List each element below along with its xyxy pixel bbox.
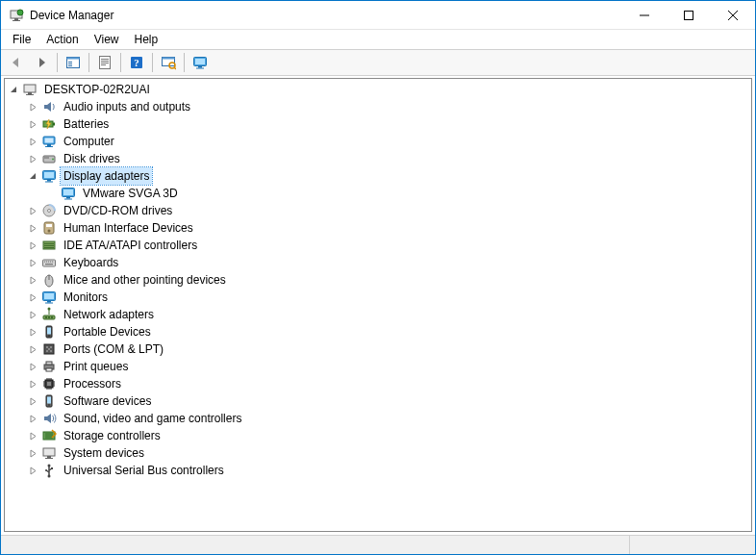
- statusbar-panel: [1, 536, 630, 554]
- tree-item[interactable]: Display adapters: [5, 167, 751, 185]
- svg-point-3: [17, 10, 23, 15]
- tree-item[interactable]: System devices: [5, 444, 751, 462]
- tree-root[interactable]: DESKTOP-02R2UAI: [5, 81, 751, 98]
- expand-icon[interactable]: [26, 429, 39, 442]
- close-button[interactable]: [711, 1, 755, 30]
- tree-item-label: Sound, video and game controllers: [61, 410, 244, 427]
- menubar: File Action View Help: [1, 30, 755, 49]
- help-button[interactable]: ?: [125, 51, 148, 74]
- tree-item[interactable]: Keyboards: [5, 254, 751, 271]
- svg-rect-9: [68, 65, 72, 66]
- monitor-button[interactable]: [189, 51, 212, 74]
- tree-child-label: VMware SVGA 3D: [80, 185, 181, 202]
- svg-rect-91: [45, 458, 53, 459]
- expand-icon[interactable]: [26, 464, 39, 477]
- back-button[interactable]: [5, 51, 28, 74]
- svg-point-48: [48, 230, 51, 233]
- expand-icon[interactable]: [26, 273, 39, 287]
- svg-rect-55: [46, 262, 47, 263]
- ide-icon: [41, 238, 57, 253]
- toolbar-separator: [120, 53, 121, 72]
- tree-item[interactable]: Network adapters: [5, 306, 751, 323]
- tree-child-item[interactable]: VMware SVGA 3D: [5, 185, 751, 202]
- expand-icon[interactable]: [26, 325, 39, 339]
- svg-rect-23: [196, 68, 204, 69]
- tree-item[interactable]: Portable Devices: [5, 323, 751, 341]
- tree-item[interactable]: Audio inputs and outputs: [5, 98, 751, 115]
- tree-item-label: Display adapters: [61, 167, 152, 185]
- svg-point-73: [48, 335, 50, 337]
- hid-icon: [41, 220, 57, 236]
- menu-action[interactable]: Action: [38, 31, 86, 48]
- tree-item[interactable]: Batteries: [5, 115, 751, 133]
- menu-view[interactable]: View: [87, 31, 127, 48]
- expand-icon[interactable]: [26, 117, 39, 131]
- svg-rect-69: [51, 316, 53, 318]
- collapse-icon[interactable]: [26, 169, 39, 183]
- tree-item[interactable]: Universal Serial Bus controllers: [5, 462, 751, 479]
- svg-rect-57: [50, 262, 51, 263]
- expand-icon[interactable]: [26, 256, 39, 269]
- menu-file[interactable]: File: [5, 31, 38, 48]
- show-hide-console-tree-button[interactable]: [62, 51, 85, 74]
- expand-icon[interactable]: [26, 394, 39, 408]
- tree-item[interactable]: Human Interface Devices: [5, 219, 751, 237]
- scan-hardware-button[interactable]: [157, 51, 180, 74]
- tree-item[interactable]: DVD/CD-ROM drives: [5, 202, 751, 219]
- svg-rect-41: [63, 189, 73, 195]
- tree-item[interactable]: Sound, video and game controllers: [5, 410, 751, 427]
- tree-item[interactable]: IDE ATA/ATAPI controllers: [5, 237, 751, 254]
- svg-rect-11: [101, 59, 109, 60]
- minimize-button[interactable]: [622, 1, 667, 30]
- svg-text:?: ?: [134, 57, 139, 68]
- expand-icon[interactable]: [26, 360, 39, 373]
- expand-icon[interactable]: [26, 342, 39, 356]
- expand-icon[interactable]: [26, 221, 39, 235]
- expand-icon[interactable]: [26, 290, 39, 304]
- device-tree-panel[interactable]: DESKTOP-02R2UAI Audio inputs and outputs…: [4, 78, 752, 532]
- expand-icon[interactable]: [26, 135, 39, 148]
- svg-rect-37: [44, 172, 54, 178]
- svg-rect-42: [66, 197, 70, 199]
- svg-point-92: [48, 465, 51, 467]
- svg-rect-50: [44, 243, 54, 244]
- svg-rect-84: [47, 382, 51, 386]
- tree-item[interactable]: Storage controllers: [5, 427, 751, 444]
- svg-rect-59: [45, 264, 53, 265]
- tree-item[interactable]: Processors: [5, 375, 751, 392]
- svg-rect-43: [64, 199, 72, 200]
- expand-icon[interactable]: [26, 412, 39, 425]
- svg-rect-94: [51, 467, 53, 469]
- tree-item[interactable]: Software devices: [5, 392, 751, 410]
- window-title: Device Manager: [30, 9, 113, 22]
- tree-root-label: DESKTOP-02R2UAI: [41, 81, 153, 98]
- tree-item[interactable]: Print queues: [5, 358, 751, 375]
- tree-item[interactable]: Ports (COM & LPT): [5, 341, 751, 358]
- forward-button[interactable]: [30, 51, 53, 74]
- svg-rect-72: [47, 328, 51, 335]
- expand-icon[interactable]: [26, 446, 39, 460]
- tree-item-label: DVD/CD-ROM drives: [61, 202, 175, 219]
- svg-point-87: [48, 404, 50, 406]
- dvd-icon: [41, 203, 57, 218]
- collapse-icon[interactable]: [7, 83, 20, 96]
- properties-button[interactable]: [93, 51, 116, 74]
- menu-help[interactable]: Help: [127, 31, 166, 48]
- svg-rect-54: [44, 262, 45, 263]
- device-manager-window: Device Manager File Action View Help: [0, 0, 756, 555]
- expand-icon[interactable]: [26, 239, 39, 252]
- maximize-button[interactable]: [667, 1, 711, 30]
- cpu-icon: [41, 376, 57, 391]
- tree-item[interactable]: Disk drives: [5, 150, 751, 167]
- expand-icon[interactable]: [26, 377, 39, 391]
- statusbar: [1, 535, 755, 554]
- tree-item[interactable]: Monitors: [5, 289, 751, 306]
- network-icon: [41, 307, 57, 322]
- expand-icon[interactable]: [26, 308, 39, 321]
- expand-icon[interactable]: [26, 204, 39, 217]
- expand-icon[interactable]: [26, 100, 39, 114]
- tree-item[interactable]: Computer: [5, 133, 751, 150]
- tree-item[interactable]: Mice and other pointing devices: [5, 271, 751, 289]
- svg-point-93: [45, 469, 47, 471]
- expand-icon[interactable]: [26, 152, 39, 165]
